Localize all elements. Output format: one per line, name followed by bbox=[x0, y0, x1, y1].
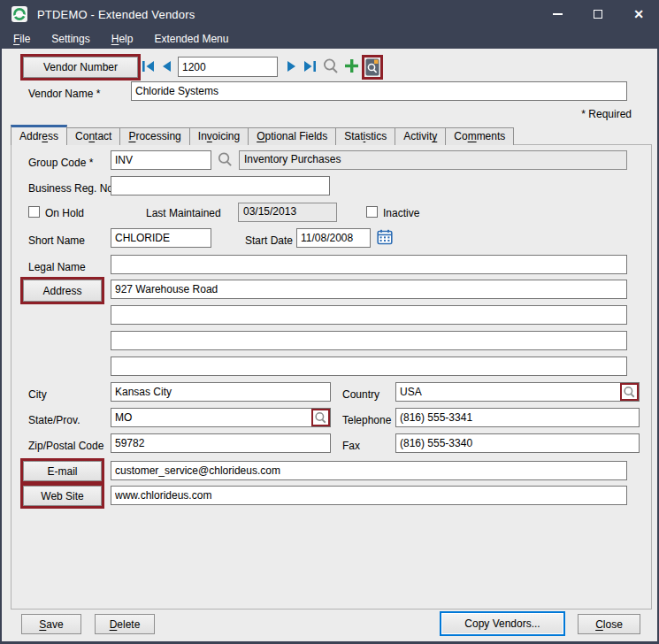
last-maintained-label: Last Maintained bbox=[146, 207, 221, 219]
business-reg-input[interactable] bbox=[111, 176, 330, 196]
vendor-name-label: Vendor Name * bbox=[28, 88, 100, 100]
close-icon: ✕ bbox=[633, 8, 644, 20]
nav-next-button[interactable] bbox=[286, 60, 298, 73]
search-icon bbox=[314, 411, 327, 425]
short-name-input[interactable] bbox=[111, 228, 211, 248]
previous-record-icon bbox=[160, 60, 172, 73]
close-button[interactable]: ✕ bbox=[618, 0, 659, 28]
telephone-label: Telephone bbox=[342, 414, 391, 426]
menu-bar: File Settings Help Extended Menu bbox=[0, 28, 659, 49]
start-date-label: Start Date bbox=[245, 234, 293, 247]
tab-contact[interactable]: Contact bbox=[67, 127, 120, 145]
title-bar: PTDEMO - Extended Vendors ✕ bbox=[0, 0, 659, 28]
first-record-icon bbox=[142, 60, 156, 73]
group-code-description: Inventory Purchases bbox=[239, 150, 627, 170]
minimize-button[interactable] bbox=[537, 0, 578, 28]
start-date-input[interactable] bbox=[296, 228, 371, 248]
legal-name-label: Legal Name bbox=[28, 261, 86, 273]
fax-input[interactable] bbox=[395, 433, 640, 453]
email-button-highlight: E-mail bbox=[20, 458, 104, 484]
save-button[interactable]: Save bbox=[21, 614, 81, 634]
menu-help[interactable]: Help bbox=[101, 28, 144, 49]
plus-icon bbox=[343, 58, 360, 74]
tab-invoicing[interactable]: Invoicing bbox=[190, 127, 249, 145]
menu-settings[interactable]: Settings bbox=[41, 28, 100, 49]
address-line1-input[interactable] bbox=[111, 280, 627, 299]
tab-processing[interactable]: Processing bbox=[120, 127, 189, 145]
last-record-icon bbox=[303, 60, 317, 73]
country-finder-button[interactable] bbox=[622, 385, 637, 399]
maximize-button[interactable] bbox=[578, 0, 618, 28]
app-icon bbox=[11, 6, 27, 22]
short-name-label: Short Name bbox=[28, 234, 85, 247]
close-window-button[interactable]: Close bbox=[578, 614, 640, 634]
minimize-icon bbox=[553, 13, 563, 15]
tab-statistics[interactable]: Statistics bbox=[336, 127, 395, 145]
city-label: City bbox=[28, 388, 47, 401]
vendor-number-button[interactable]: Vendor Number bbox=[23, 57, 138, 78]
nav-first-button[interactable] bbox=[142, 60, 156, 73]
state-input[interactable] bbox=[111, 408, 331, 427]
tab-address[interactable]: Address bbox=[11, 125, 67, 145]
tab-comments[interactable]: Comments bbox=[446, 127, 514, 145]
copy-vendors-button-outer: Copy Vendors... bbox=[440, 611, 565, 636]
group-code-input[interactable] bbox=[111, 150, 211, 170]
country-finder-highlight bbox=[620, 383, 639, 401]
on-hold-checkbox[interactable] bbox=[28, 206, 40, 218]
menu-file[interactable]: File bbox=[0, 28, 41, 49]
legal-name-input[interactable] bbox=[111, 255, 627, 274]
finder-button[interactable] bbox=[322, 58, 340, 75]
business-reg-label: Business Reg. No. bbox=[28, 182, 116, 195]
address-line3-input[interactable] bbox=[111, 331, 627, 350]
copy-vendors-button[interactable]: Copy Vendors... bbox=[442, 614, 563, 633]
tab-optional-fields[interactable]: Optional Fields bbox=[249, 127, 336, 145]
telephone-input[interactable] bbox=[395, 408, 640, 427]
address-line2-input[interactable] bbox=[111, 305, 627, 325]
maximize-icon bbox=[594, 10, 602, 19]
state-label: State/Prov. bbox=[28, 414, 80, 426]
address-line4-input[interactable] bbox=[111, 356, 627, 376]
group-code-label: Group Code * bbox=[28, 157, 93, 169]
country-input[interactable] bbox=[395, 382, 640, 402]
group-code-finder-button[interactable] bbox=[217, 151, 234, 168]
tab-activity[interactable]: Activity bbox=[395, 127, 446, 145]
inactive-checkbox[interactable] bbox=[366, 206, 378, 218]
state-finder-button[interactable] bbox=[313, 410, 328, 425]
on-hold-label: On Hold bbox=[45, 207, 84, 219]
start-date-calendar-button[interactable] bbox=[377, 229, 393, 245]
search-icon bbox=[623, 386, 636, 399]
delete-button[interactable]: Delete bbox=[95, 614, 155, 634]
website-input[interactable] bbox=[111, 486, 627, 505]
city-input[interactable] bbox=[111, 382, 331, 402]
search-icon bbox=[217, 151, 234, 168]
drilldown-highlight bbox=[362, 55, 383, 80]
nav-prev-button[interactable] bbox=[160, 60, 172, 73]
zip-input[interactable] bbox=[111, 433, 331, 453]
menu-extended-menu[interactable]: Extended Menu bbox=[143, 28, 239, 49]
extended-vendors-window: PTDEMO - Extended Vendors ✕ File Setting… bbox=[0, 0, 659, 644]
vendor-name-input[interactable] bbox=[131, 81, 627, 101]
drilldown-icon bbox=[365, 58, 379, 76]
calendar-icon bbox=[377, 229, 393, 245]
last-maintained-field: 03/15/2013 bbox=[238, 203, 337, 222]
state-finder-highlight bbox=[311, 409, 330, 426]
address-button-highlight: Address bbox=[20, 277, 104, 304]
email-button[interactable]: E-mail bbox=[23, 461, 102, 481]
nav-last-button[interactable] bbox=[303, 60, 317, 73]
required-note: * Required bbox=[534, 108, 632, 120]
zoom-detail-button[interactable] bbox=[364, 58, 380, 77]
address-button[interactable]: Address bbox=[23, 280, 102, 302]
fax-label: Fax bbox=[342, 440, 360, 452]
search-icon bbox=[322, 58, 340, 75]
website-button[interactable]: Web Site bbox=[23, 486, 102, 506]
vendor-number-input[interactable] bbox=[178, 57, 278, 77]
tab-strip: Address Contact Processing Invoicing Opt… bbox=[11, 125, 514, 145]
window-title: PTDEMO - Extended Vendors bbox=[37, 8, 195, 21]
website-button-highlight: Web Site bbox=[20, 483, 104, 509]
vendor-number-highlight: Vendor Number bbox=[20, 54, 141, 80]
inactive-label: Inactive bbox=[383, 207, 419, 219]
new-vendor-button[interactable] bbox=[343, 58, 360, 74]
next-record-icon bbox=[286, 60, 298, 73]
email-input[interactable] bbox=[111, 461, 627, 480]
country-label: Country bbox=[342, 388, 379, 401]
